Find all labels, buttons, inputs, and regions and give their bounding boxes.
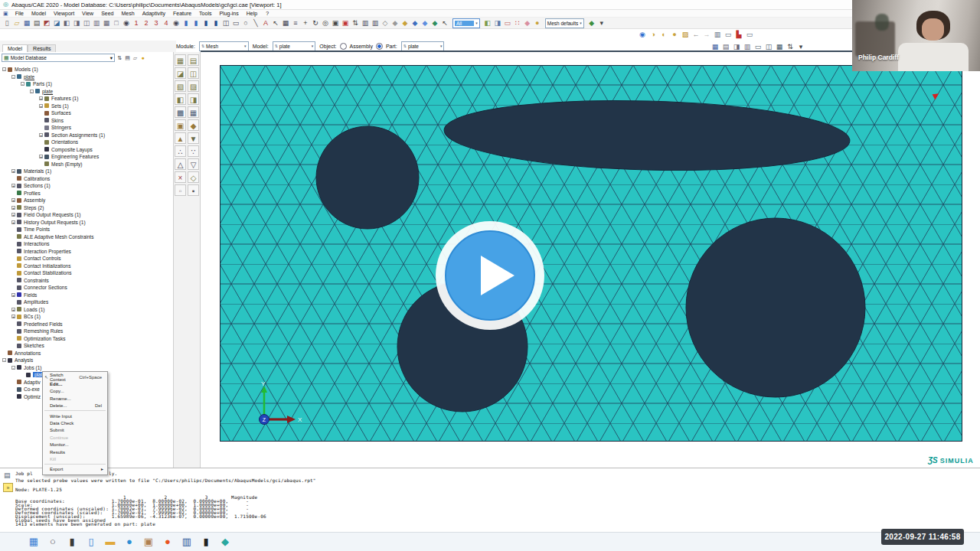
mesh-tool-icon[interactable]: ▦ (188, 106, 199, 118)
mesh-tool-icon[interactable]: ◧ (175, 93, 186, 105)
tree-expander[interactable]: + (11, 315, 15, 318)
tree-item[interactable]: Skins (0, 117, 173, 125)
dropdown-icon[interactable]: ▾ (796, 42, 805, 51)
columns-icon[interactable]: ▥ (361, 18, 370, 28)
menu-item[interactable]: Model (28, 11, 50, 16)
tree-item[interactable]: + Steps (2) (0, 204, 173, 212)
context-help-icon[interactable]: ? (262, 11, 273, 16)
tree-expander[interactable]: - (11, 75, 15, 79)
display-group-combo[interactable]: All ▾ (452, 18, 480, 28)
briefcase-icon[interactable]: ▣ (142, 536, 155, 548)
tree-item[interactable]: Mesh (Empty) (0, 161, 173, 168)
eye-icon[interactable]: ◑ (648, 30, 658, 39)
annotation-text-icon[interactable]: A (261, 18, 270, 28)
tree-item[interactable]: - plate (0, 73, 173, 81)
zoom-out-icon[interactable]: ◎ (321, 18, 330, 28)
viewport-prev-icon[interactable]: ◧ (62, 18, 71, 28)
tree-item[interactable]: Surfaces (0, 109, 173, 117)
query-icon[interactable]: ◪ (52, 18, 61, 28)
tree-expander[interactable]: + (11, 213, 15, 217)
columns-2-icon[interactable]: ▥ (371, 18, 380, 28)
info-icon[interactable]: ◉ (638, 30, 647, 39)
mesh-tool-icon[interactable]: × (175, 171, 186, 183)
menu-item-monitor[interactable]: Monitor... (43, 442, 107, 448)
video-play-overlay[interactable] (435, 220, 545, 331)
save-icon[interactable]: ▦ (22, 18, 31, 28)
display-group-4-icon[interactable]: ▮ (211, 18, 220, 28)
tree-item[interactable]: Connector Sections (0, 284, 173, 292)
mesh-tool-icon[interactable]: ∵ (188, 145, 199, 157)
display-group-3-icon[interactable]: ▮ (201, 18, 211, 28)
viewport-next-icon[interactable]: ◨ (72, 18, 81, 28)
menu-item-data-check[interactable]: Data Check (43, 419, 107, 426)
tree-item[interactable]: Orientations (0, 139, 173, 146)
highlight-icon[interactable]: ◆ (523, 18, 532, 28)
view-2-icon[interactable]: 2 (142, 18, 151, 28)
menu-item-submit[interactable]: Submit (43, 427, 107, 434)
command-prompt-icon[interactable]: » (3, 483, 13, 492)
tree-item[interactable]: + Sets (1) (0, 103, 173, 110)
tree-item[interactable]: Optimization Tasks (0, 335, 173, 343)
monitor-3-icon[interactable]: ▭ (745, 30, 754, 39)
mesh-tool-icon[interactable]: ▪ (188, 184, 199, 196)
play-button-icon[interactable] (435, 220, 545, 331)
menu-separator[interactable] (44, 410, 106, 411)
assembly-radio[interactable] (340, 43, 347, 50)
start-button[interactable]: ▦ (28, 536, 40, 548)
cut-view-2-icon[interactable]: ◆ (420, 18, 430, 28)
tree-expander[interactable]: + (11, 220, 15, 224)
palette-icon[interactable]: ● (533, 18, 542, 28)
part-radio[interactable] (376, 43, 383, 50)
tab-results[interactable]: Results (28, 44, 56, 52)
tree-item[interactable]: + Assembly (0, 197, 173, 204)
menu-item-edit[interactable]: Edit... (43, 380, 107, 387)
paint-icon[interactable]: ◧ (483, 18, 492, 28)
tree-expander[interactable]: + (11, 184, 15, 187)
menu-item[interactable]: Help (243, 11, 261, 16)
line-tool-icon[interactable]: ╲ (251, 18, 260, 28)
rect-select-icon[interactable]: ▭ (503, 18, 512, 28)
tree-item[interactable]: Amplitudes (0, 298, 173, 306)
tree-item[interactable]: + Features (1) (0, 95, 173, 103)
cut-view-3-icon[interactable]: ◆ (430, 18, 439, 28)
probe-icon[interactable]: ◩ (42, 18, 51, 28)
viewport-canvas[interactable]: Y Z X ƷS SIMULIA (201, 52, 980, 468)
wireframe-icon[interactable]: ◇ (381, 18, 390, 28)
menu-item-delete[interactable]: Delete... Del (43, 403, 107, 409)
tree-expander[interactable]: - (21, 82, 24, 86)
tree-item[interactable]: - Parts (1) (0, 80, 173, 88)
tree-expander[interactable]: - (2, 67, 6, 71)
monitor-2-icon[interactable]: ▭ (724, 30, 733, 39)
app-dark-icon[interactable]: ▮ (66, 536, 78, 548)
mesh-tool-icon[interactable]: ▣ (175, 119, 186, 131)
tree-expander[interactable]: + (39, 104, 43, 108)
model-database-combo[interactable]: ▦ Model Database ▾ (2, 54, 115, 62)
mesh-tool-icon[interactable]: ▼ (188, 132, 199, 144)
display-group-2-icon[interactable]: ▮ (191, 18, 201, 28)
tree-expander[interactable]: + (11, 206, 15, 210)
module-combo[interactable]: ⇅ Mesh ▾ (199, 41, 249, 51)
tree-expander[interactable]: - (30, 90, 34, 93)
tree-item[interactable]: + Section Assignments (1) (0, 132, 173, 139)
chart-icon[interactable]: ▥ (713, 30, 722, 39)
viewport-hsplit-icon[interactable]: ◫ (82, 18, 91, 28)
tree-expander[interactable]: + (11, 169, 15, 173)
selection-cursor-icon[interactable]: ↖ (440, 18, 449, 28)
pan-icon[interactable]: + (301, 18, 310, 28)
flag-icon[interactable]: ▨ (681, 30, 690, 39)
tree-expander[interactable]: + (39, 96, 43, 100)
redo-icon[interactable]: → (702, 30, 711, 39)
tree-item[interactable]: + BCs (1) (0, 313, 173, 321)
rings-icon[interactable]: ◐ (659, 30, 668, 39)
tree-item[interactable]: Stringers (0, 124, 173, 132)
viewport-vsplit-icon[interactable]: ▥ (92, 18, 101, 28)
tree-expander[interactable]: - (11, 366, 15, 370)
file-explorer-icon[interactable]: ▯ (85, 536, 97, 548)
color-code-combo[interactable]: Mesh defaults ▾ (545, 18, 584, 28)
abaqus-icon[interactable]: ◆ (219, 536, 231, 548)
box-icon[interactable]: ◫ (764, 42, 773, 51)
menu-item-switch-context[interactable]: ↖ Switch Context Ctrl+Space (43, 373, 107, 380)
ubuntu-icon[interactable]: ● (162, 536, 174, 548)
tree-item[interactable]: + Engineering Features (0, 153, 173, 161)
terminal-icon[interactable]: ▮ (200, 536, 212, 548)
